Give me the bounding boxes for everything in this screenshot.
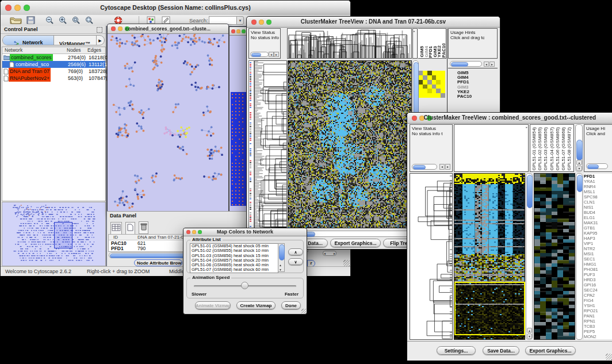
gene-label[interactable]: HAP3 — [584, 236, 612, 241]
heatmap-cell[interactable] — [427, 71, 432, 75]
heatmap-cell[interactable] — [418, 71, 423, 75]
tv2-genes-vscrollbar[interactable] — [576, 173, 583, 340]
move-down-button[interactable]: ∨ — [288, 258, 303, 265]
gene-label[interactable]: CPA2 — [584, 293, 612, 298]
tab-overflow-icon[interactable]: ▶ — [96, 36, 104, 45]
delete-attribute-icon[interactable] — [139, 221, 148, 234]
tv1-cluster-heatmap[interactable] — [418, 71, 445, 98]
gene-label[interactable]: SPC98 — [584, 194, 612, 200]
attribute-list-scrollbar[interactable]: ▲ ▼ — [278, 243, 285, 272]
attribute-list-item[interactable]: GPL51-07 (GSM868) heat shock 60 min — [190, 267, 278, 272]
gene-label[interactable]: PEP5 — [584, 329, 612, 334]
minimize-icon[interactable] — [236, 29, 240, 33]
gene-label[interactable]: HMG1 — [584, 262, 612, 267]
heatmap-cell[interactable] — [418, 80, 423, 85]
heatmap-cell[interactable] — [441, 89, 445, 93]
heatmap-cell[interactable] — [423, 93, 427, 98]
tv2-col-labels-vscrollbar[interactable]: ▴ ▾ — [575, 124, 583, 172]
search-dropdown-icon[interactable]: ▼ — [236, 16, 244, 25]
scroll-left-icon[interactable]: ◂ — [484, 62, 489, 67]
heatmap-cell[interactable] — [436, 93, 441, 98]
heatmap-cell[interactable] — [432, 85, 437, 89]
network-canvas[interactable] — [108, 34, 227, 213]
gene-label[interactable]: MSI1 — [584, 251, 612, 256]
heatmap-cell[interactable] — [436, 80, 441, 85]
heatmap-cell[interactable] — [423, 71, 427, 75]
tv2-column-dendrogram[interactable]: ▸ — [454, 124, 529, 172]
gene-label[interactable]: RPO21 — [584, 308, 612, 313]
heatmap-cell[interactable] — [432, 75, 437, 80]
heatmap-cell[interactable] — [427, 75, 432, 80]
new-attribute-icon[interactable] — [125, 222, 135, 235]
mini-scroll-arrows[interactable]: ▸ — [334, 251, 335, 255]
zoom-window-icon[interactable] — [242, 29, 246, 33]
network-list-row[interactable]: DNA and Tran 07769(0)183728(0) — [2, 68, 105, 75]
scroll-left-icon[interactable]: ◂ — [269, 52, 274, 57]
scroll-up-icon[interactable]: ▴ — [576, 160, 582, 165]
gene-label[interactable]: PAN1 — [584, 313, 612, 319]
tab-network[interactable]: Network — [3, 36, 54, 45]
gene-label[interactable]: NIS1 — [584, 205, 612, 210]
save-icon[interactable] — [26, 16, 35, 26]
export-graphics-button[interactable]: Export Graphics... — [525, 346, 576, 355]
gene-label[interactable]: TCB3 — [584, 324, 612, 329]
network-list-row[interactable]: combined_scores2764(0)16218(0) — [2, 54, 105, 61]
heatmap-cell[interactable] — [441, 93, 445, 98]
gene-label[interactable]: MON2 — [584, 334, 612, 339]
scroll-right-icon[interactable]: ▸ — [445, 164, 450, 170]
export-graphics-button[interactable]: Export Graphics... — [330, 239, 381, 247]
tv2-row-dendrogram[interactable] — [410, 173, 453, 340]
attr-col-id[interactable]: ID — [113, 235, 118, 240]
gene-label[interactable]: NTR2 — [584, 246, 612, 251]
gene-label[interactable]: SEC1 — [584, 256, 612, 262]
gene-label[interactable]: HRD3 — [584, 277, 612, 282]
heatmap-cell[interactable] — [436, 89, 441, 93]
scroll-up-icon[interactable]: ▴ — [527, 328, 532, 333]
gene-label[interactable]: MAK31 — [584, 220, 612, 225]
attribute-select-icon[interactable] — [110, 222, 122, 235]
create-vizmap-button[interactable]: Create Vizmap — [236, 301, 276, 309]
attr-col-dna[interactable]: DNA and Tran 07-21-06... — [137, 235, 190, 240]
heatmap-cell[interactable] — [423, 85, 427, 89]
gene-label[interactable]: ELG1 — [584, 215, 612, 220]
col-network[interactable]: Network — [5, 47, 22, 53]
treeview1-titlebar[interactable]: ClusterMaker TreeView : DNA and Tran 07-… — [247, 17, 500, 28]
tab-node-attribute-browser[interactable]: Node Attribute Browser — [134, 259, 182, 266]
network-overview[interactable] — [2, 202, 106, 266]
gene-label[interactable]: RNR4 — [584, 184, 612, 189]
gene-label[interactable]: VIP1 — [584, 241, 612, 246]
heatmap-cell[interactable] — [441, 85, 445, 89]
gene-label[interactable]: YRA1 — [584, 179, 612, 184]
network-canvas-2[interactable] — [230, 36, 246, 213]
done-button[interactable]: Done — [281, 301, 301, 309]
attribute-list[interactable]: GPL51-01 (GSM854) heat shock 05 minGPL51… — [190, 243, 278, 273]
tv1-heatmap[interactable] — [288, 60, 412, 228]
gene-label[interactable]: MSL1 — [584, 189, 612, 194]
heatmap-cell[interactable] — [441, 71, 445, 75]
network-list-row[interactable]: combined_sco2569(6)13112(15) — [2, 61, 105, 68]
network-list-row[interactable]: RNAPuberNov2+563(0)107847(0) — [2, 75, 105, 82]
open-file-icon[interactable] — [10, 16, 22, 26]
gene-label[interactable]: PHO81 — [584, 267, 612, 272]
heatmap-cell[interactable] — [432, 71, 437, 75]
heatmap-cell[interactable] — [423, 75, 427, 80]
heatmap-cell[interactable] — [436, 85, 441, 89]
heatmap-cell[interactable] — [418, 93, 423, 98]
speed-slider-thumb[interactable] — [241, 282, 248, 289]
tv1-cluster-hscrollbar[interactable] — [450, 61, 482, 67]
treeview2-titlebar[interactable]: ClusterMaker TreeView : combined_scores_… — [407, 113, 612, 124]
heatmap-cell[interactable] — [432, 80, 437, 85]
scroll-down-icon[interactable]: ▾ — [576, 166, 582, 171]
scroll-right-icon[interactable]: ▸ — [489, 62, 495, 67]
heatmap-cell[interactable] — [432, 89, 437, 93]
overview-viewport[interactable] — [54, 222, 72, 248]
move-up-button[interactable]: ∧ — [288, 248, 303, 255]
scroll-right-icon[interactable]: ▸ — [274, 52, 279, 57]
gene-label[interactable]: CLN1 — [584, 200, 612, 205]
tv1-row-dendrogram[interactable] — [254, 60, 287, 228]
save-data-button[interactable]: Save Data... — [483, 346, 519, 355]
gene-label[interactable]: BUD4 — [584, 210, 612, 215]
tv1-column-dendrogram[interactable] — [287, 28, 412, 59]
tv1-cluster-row-label[interactable]: PAC10 — [457, 94, 492, 99]
heatmap-cell[interactable] — [441, 80, 445, 85]
